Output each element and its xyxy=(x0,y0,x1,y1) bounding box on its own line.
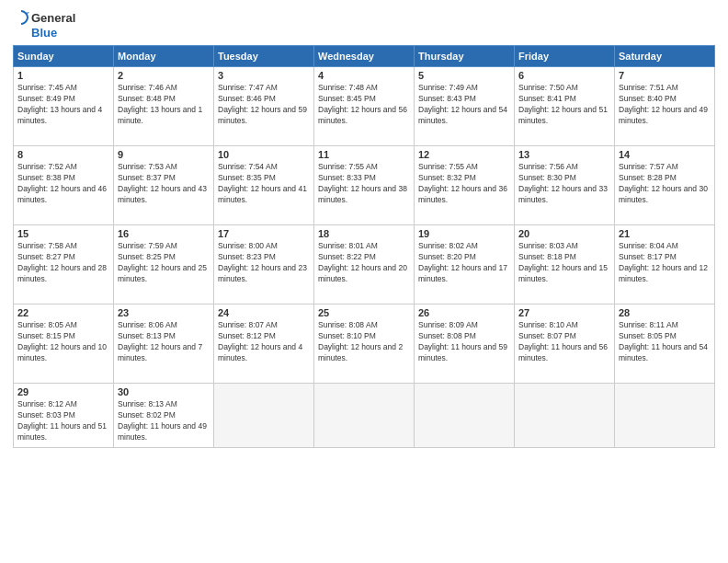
weekday-header-wednesday: Wednesday xyxy=(314,46,415,67)
weekday-header-saturday: Saturday xyxy=(615,46,715,67)
calendar-day xyxy=(615,384,715,448)
calendar-day: 9Sunrise: 7:53 AMSunset: 8:37 PMDaylight… xyxy=(114,146,214,225)
weekday-header-friday: Friday xyxy=(515,46,615,67)
weekday-header-monday: Monday xyxy=(114,46,214,67)
calendar-day: 6Sunrise: 7:50 AMSunset: 8:41 PMDaylight… xyxy=(515,67,615,146)
weekday-header-sunday: Sunday xyxy=(14,46,114,67)
logo-text-blue: Blue xyxy=(31,26,57,40)
header: General Blue xyxy=(13,9,715,40)
week-row: 22Sunrise: 8:05 AMSunset: 8:15 PMDayligh… xyxy=(14,304,715,384)
calendar-day xyxy=(515,384,615,448)
week-row: 8Sunrise: 7:52 AMSunset: 8:38 PMDaylight… xyxy=(14,146,715,225)
calendar-day: 18Sunrise: 8:01 AMSunset: 8:22 PMDayligh… xyxy=(314,225,415,304)
calendar-day: 4Sunrise: 7:48 AMSunset: 8:45 PMDaylight… xyxy=(314,67,415,146)
calendar-day: 14Sunrise: 7:57 AMSunset: 8:28 PMDayligh… xyxy=(615,146,715,225)
calendar-day: 22Sunrise: 8:05 AMSunset: 8:15 PMDayligh… xyxy=(14,304,114,384)
calendar-day: 29Sunrise: 8:12 AMSunset: 8:03 PMDayligh… xyxy=(14,384,114,448)
calendar-day xyxy=(214,384,314,448)
calendar-day: 17Sunrise: 8:00 AMSunset: 8:23 PMDayligh… xyxy=(214,225,314,304)
weekday-header-thursday: Thursday xyxy=(415,46,515,67)
calendar-day: 28Sunrise: 8:11 AMSunset: 8:05 PMDayligh… xyxy=(615,304,715,384)
calendar-day: 25Sunrise: 8:08 AMSunset: 8:10 PMDayligh… xyxy=(314,304,415,384)
calendar-day: 24Sunrise: 8:07 AMSunset: 8:12 PMDayligh… xyxy=(214,304,314,384)
week-row: 29Sunrise: 8:12 AMSunset: 8:03 PMDayligh… xyxy=(14,384,715,448)
logo-bird-icon xyxy=(13,9,29,26)
calendar-day: 3Sunrise: 7:47 AMSunset: 8:46 PMDaylight… xyxy=(214,67,314,146)
calendar-day xyxy=(415,384,515,448)
calendar-day: 30Sunrise: 8:13 AMSunset: 8:02 PMDayligh… xyxy=(114,384,214,448)
calendar-day: 23Sunrise: 8:06 AMSunset: 8:13 PMDayligh… xyxy=(114,304,214,384)
logo: General Blue xyxy=(13,9,75,40)
calendar-container: General Blue SundayMondayTuesdayWednesda… xyxy=(0,0,728,563)
calendar-day: 8Sunrise: 7:52 AMSunset: 8:38 PMDaylight… xyxy=(14,146,114,225)
calendar-day: 7Sunrise: 7:51 AMSunset: 8:40 PMDaylight… xyxy=(615,67,715,146)
calendar-day: 19Sunrise: 8:02 AMSunset: 8:20 PMDayligh… xyxy=(415,225,515,304)
calendar-day: 11Sunrise: 7:55 AMSunset: 8:33 PMDayligh… xyxy=(314,146,415,225)
week-row: 15Sunrise: 7:58 AMSunset: 8:27 PMDayligh… xyxy=(14,225,715,304)
calendar-day: 15Sunrise: 7:58 AMSunset: 8:27 PMDayligh… xyxy=(14,225,114,304)
weekday-header-row: SundayMondayTuesdayWednesdayThursdayFrid… xyxy=(14,46,715,67)
calendar-day: 27Sunrise: 8:10 AMSunset: 8:07 PMDayligh… xyxy=(515,304,615,384)
logo-text-general: General xyxy=(31,11,75,25)
calendar-day: 5Sunrise: 7:49 AMSunset: 8:43 PMDaylight… xyxy=(415,67,515,146)
calendar-day: 20Sunrise: 8:03 AMSunset: 8:18 PMDayligh… xyxy=(515,225,615,304)
calendar-day: 2Sunrise: 7:46 AMSunset: 8:48 PMDaylight… xyxy=(114,67,214,146)
weekday-header-tuesday: Tuesday xyxy=(214,46,314,67)
calendar-day: 10Sunrise: 7:54 AMSunset: 8:35 PMDayligh… xyxy=(214,146,314,225)
calendar-table: SundayMondayTuesdayWednesdayThursdayFrid… xyxy=(13,45,715,448)
week-row: 1Sunrise: 7:45 AMSunset: 8:49 PMDaylight… xyxy=(14,67,715,146)
calendar-day xyxy=(314,384,415,448)
calendar-day: 13Sunrise: 7:56 AMSunset: 8:30 PMDayligh… xyxy=(515,146,615,225)
calendar-day: 21Sunrise: 8:04 AMSunset: 8:17 PMDayligh… xyxy=(615,225,715,304)
calendar-day: 1Sunrise: 7:45 AMSunset: 8:49 PMDaylight… xyxy=(14,67,114,146)
calendar-day: 16Sunrise: 7:59 AMSunset: 8:25 PMDayligh… xyxy=(114,225,214,304)
calendar-day: 12Sunrise: 7:55 AMSunset: 8:32 PMDayligh… xyxy=(415,146,515,225)
calendar-day: 26Sunrise: 8:09 AMSunset: 8:08 PMDayligh… xyxy=(415,304,515,384)
